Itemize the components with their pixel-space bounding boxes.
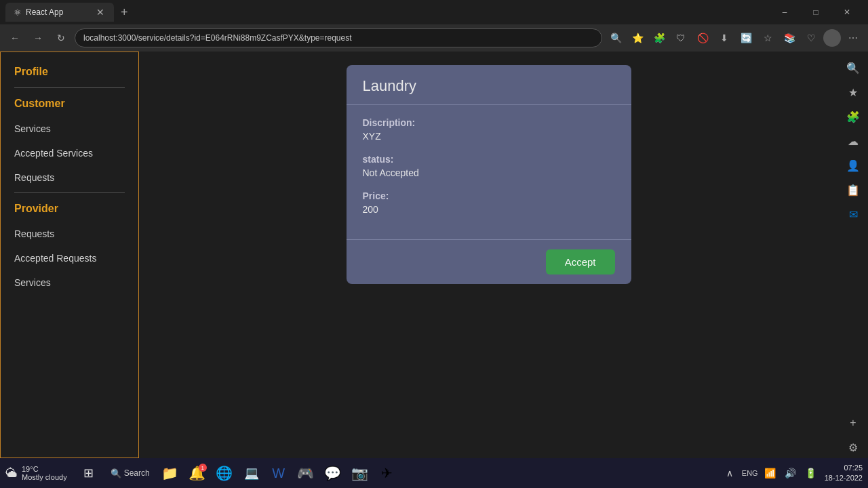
right-settings-icon[interactable]: ⚙	[842, 436, 864, 458]
tab-favicon: ⚛	[14, 7, 22, 18]
sidebar-divider-1	[14, 87, 125, 88]
tray-volume[interactable]: 🔊	[781, 464, 800, 483]
tray-battery[interactable]: 🔋	[802, 464, 821, 483]
card-header: Laundry	[347, 65, 631, 105]
taskbar-notification[interactable]: 🔔 1	[185, 461, 210, 485]
search-icon[interactable]: 🔍	[606, 28, 625, 47]
taskbar-clock[interactable]: 07:25 18-12-2022	[825, 463, 863, 484]
taskbar-vscode[interactable]: 💻	[239, 461, 264, 485]
taskbar-steam[interactable]: 🎮	[294, 461, 318, 485]
right-panel: 🔍 ★ 🧩 ☁ 👤 📋 ✉ + ⚙	[838, 52, 868, 458]
description-label: Discription:	[363, 117, 615, 128]
service-card: Laundry Discription: XYZ status: Not Acc…	[347, 65, 631, 284]
extensions-icon[interactable]: 🧩	[650, 28, 669, 47]
menu-icon[interactable]: ⋯	[844, 28, 863, 47]
card-title: Laundry	[363, 77, 615, 95]
weather-description: Mostly cloudy	[22, 473, 67, 481]
back-button[interactable]: ←	[5, 28, 24, 47]
card-footer: Accept	[347, 239, 631, 284]
tray-expand[interactable]: ∧	[720, 464, 739, 483]
close-icon[interactable]: 🚫	[693, 28, 712, 47]
toolbar-icons: 🔍 ⭐ 🧩 🛡 🚫 ⬇ 🔄 ☆ 📚 ♡ ⋯	[606, 28, 863, 47]
tray-wifi[interactable]: 📶	[761, 464, 780, 483]
content-area: Laundry Discription: XYZ status: Not Acc…	[139, 52, 838, 458]
profile-avatar[interactable]	[823, 29, 841, 47]
clock-date: 18-12-2022	[825, 473, 863, 483]
taskbar-telegram[interactable]: ✈	[375, 461, 399, 485]
taskbar-browser[interactable]: 🌐	[212, 461, 237, 485]
sidebar: Profile Customer Services Accepted Servi…	[0, 52, 139, 458]
weather-info: 19°C Mostly cloudy	[22, 465, 67, 481]
sidebar-item-requests[interactable]: Requests	[1, 165, 138, 190]
sidebar-divider-2	[14, 192, 125, 193]
maximize-button[interactable]: □	[800, 0, 831, 24]
price-value: 200	[363, 204, 615, 215]
new-tab-button[interactable]: +	[117, 5, 132, 20]
star-icon[interactable]: ⭐	[628, 28, 647, 47]
right-cloud-icon[interactable]: ☁	[842, 130, 864, 152]
sidebar-item-services[interactable]: Services	[1, 117, 138, 141]
taskbar-discord[interactable]: 💬	[321, 461, 345, 485]
sidebar-item-accepted-services[interactable]: Accepted Services	[1, 141, 138, 165]
taskbar-word[interactable]: W	[267, 461, 291, 485]
sidebar-provider-header[interactable]: Provider	[1, 196, 138, 222]
right-outlook-icon[interactable]: ✉	[842, 203, 864, 225]
weather-icon: 🌥	[5, 466, 18, 481]
address-bar-row: ← → ↻ localhost:3000/service/details?id=…	[0, 24, 868, 52]
minimize-button[interactable]: –	[769, 0, 800, 24]
sidebar-profile-header[interactable]: Profile	[1, 59, 138, 85]
sidebar-item-provider-services[interactable]: Services	[1, 270, 138, 295]
temperature: 19°C	[22, 465, 67, 473]
status-value: Not Accepted	[363, 167, 615, 178]
heart-icon[interactable]: ♡	[802, 28, 821, 47]
close-button[interactable]: ✕	[831, 0, 863, 24]
clock-time: 07:25	[825, 463, 863, 473]
search-label: Search	[124, 468, 150, 478]
sidebar-item-provider-accepted-requests[interactable]: Accepted Requests	[1, 246, 138, 270]
download-icon[interactable]: ⬇	[715, 28, 734, 47]
taskbar: 🌥 19°C Mostly cloudy ⊞ 🔍 Search 📁 🔔 1 🌐 …	[0, 458, 868, 488]
url-text: localhost:3000/service/details?id=E064rR…	[83, 33, 593, 43]
refresh-button[interactable]: ↻	[52, 28, 71, 47]
tab-label: React App	[26, 7, 91, 17]
taskbar-instagram[interactable]: 📷	[348, 461, 372, 485]
sidebar-customer-header[interactable]: Customer	[1, 91, 138, 117]
app-area: Profile Customer Services Accepted Servi…	[0, 52, 868, 458]
collection-icon[interactable]: 📚	[780, 28, 799, 47]
shield-icon[interactable]: 🛡	[671, 28, 690, 47]
card-body: Discription: XYZ status: Not Accepted Pr…	[347, 105, 631, 239]
taskbar-system-tray: ∧ ENG 📶 🔊 🔋 07:25 18-12-2022	[720, 463, 863, 484]
search-icon: 🔍	[111, 468, 121, 479]
browser-chrome: ⚛ React App ✕ + – □ ✕ ← → ↻ localhost:30…	[0, 0, 868, 52]
right-office-icon[interactable]: 📋	[842, 179, 864, 201]
forward-button[interactable]: →	[28, 28, 47, 47]
window-controls: – □ ✕	[769, 0, 863, 24]
description-value: XYZ	[363, 131, 615, 142]
price-label: Price:	[363, 190, 615, 201]
taskbar-weather[interactable]: 🌥 19°C Mostly cloudy	[5, 465, 67, 481]
right-person-icon[interactable]: 👤	[842, 155, 864, 176]
start-button[interactable]: ⊞	[75, 460, 102, 487]
tab-close-button[interactable]: ✕	[95, 7, 106, 18]
status-label: status:	[363, 154, 615, 165]
accept-button[interactable]: Accept	[546, 249, 615, 274]
right-puzzle-icon[interactable]: 🧩	[842, 106, 864, 127]
tab-bar: ⚛ React App ✕ + – □ ✕	[0, 0, 868, 24]
tray-keyboard[interactable]: ENG	[741, 464, 760, 483]
active-tab[interactable]: ⚛ React App ✕	[5, 3, 114, 22]
taskbar-file-explorer[interactable]: 📁	[158, 461, 182, 485]
bookmark-icon[interactable]: ☆	[758, 28, 777, 47]
refresh-sync-icon[interactable]: 🔄	[736, 28, 755, 47]
right-add-icon[interactable]: +	[842, 412, 864, 434]
address-box[interactable]: localhost:3000/service/details?id=E064rR…	[75, 28, 602, 47]
notification-badge: 1	[199, 464, 207, 472]
search-button[interactable]: 🔍 Search	[105, 460, 155, 487]
right-search-icon[interactable]: 🔍	[842, 57, 864, 79]
sidebar-item-provider-requests[interactable]: Requests	[1, 222, 138, 246]
right-star-icon[interactable]: ★	[842, 81, 864, 103]
